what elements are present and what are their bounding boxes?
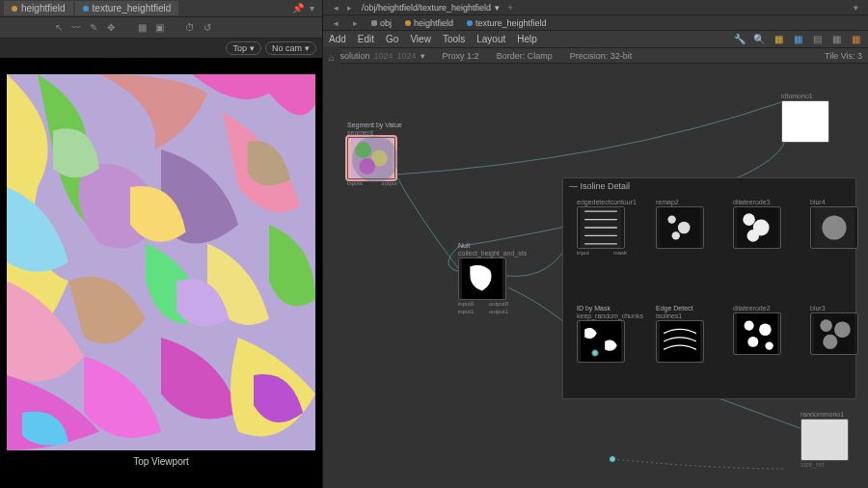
palette-icon[interactable]: ▦: [791, 33, 804, 46]
move-tool-icon[interactable]: ✥: [104, 21, 118, 35]
color-icon[interactable]: ▦: [849, 33, 862, 46]
svg-point-16: [822, 215, 846, 239]
tab-heightfield[interactable]: heightfield: [4, 1, 73, 15]
menu-go[interactable]: Go: [386, 34, 398, 44]
folder-icon: [371, 20, 377, 26]
svg-point-21: [759, 324, 772, 337]
view-pill[interactable]: Top▾: [226, 41, 261, 55]
node-color-dot: [405, 20, 411, 26]
path-bar: ◂ ▸ /obj/heightfield/texture_heightfield…: [323, 0, 868, 15]
group-title: — Isoline Detail: [563, 178, 855, 194]
node-thumbnail: [656, 206, 704, 249]
node-segment[interactable]: Segment by Value segment inputsoutput: [347, 122, 397, 187]
node-thumbnail: [656, 320, 704, 363]
node-dilateerode3[interactable]: dilateerode3: [733, 199, 783, 249]
node-path[interactable]: /obj/heightfield/texture_heightfield: [362, 3, 491, 13]
svg-rect-17: [581, 321, 621, 362]
status-proxy[interactable]: Proxy 1:2: [443, 51, 479, 61]
network-dot[interactable]: [591, 349, 599, 357]
menu-add[interactable]: Add: [329, 34, 346, 44]
svg-point-14: [747, 230, 760, 242]
node-thumbnail: [577, 320, 625, 363]
node-blur3[interactable]: blur3: [810, 305, 860, 355]
svg-point-2: [355, 142, 371, 158]
breadcrumb-obj[interactable]: obj: [367, 17, 395, 29]
forward-icon[interactable]: ▸: [348, 16, 362, 30]
viewport-pane: heightfield texture_heightfield 📌 ▾ ↖ 〰 …: [0, 0, 323, 488]
chevron-down-icon[interactable]: ▾: [305, 2, 318, 15]
node-collect-height-and-ids[interactable]: Null collect_height_and_ids input0output…: [458, 242, 508, 315]
svg-point-26: [834, 321, 851, 338]
svg-point-9: [678, 222, 691, 234]
tab-label: heightfield: [21, 3, 66, 14]
node-isolines1[interactable]: Edge Detect isolines1: [656, 305, 706, 363]
network-dot[interactable]: [609, 455, 616, 463]
select-tool-icon[interactable]: ↖: [52, 21, 66, 35]
node-color-dot: [467, 20, 473, 26]
back-icon[interactable]: ◂: [329, 16, 342, 30]
node-graph[interactable]: — Isoline Detail Segment by Value segmen…: [323, 64, 868, 488]
add-tab-icon[interactable]: +: [503, 1, 517, 14]
node-dilateerode2[interactable]: dilateerode2: [733, 305, 783, 355]
menu-edit[interactable]: Edit: [358, 34, 374, 44]
node-thumbnail: [733, 312, 781, 355]
node-thumbnail: [781, 100, 829, 143]
breadcrumb-texture-heightfield[interactable]: texture_heightfield: [463, 17, 551, 29]
node-idtomono1[interactable]: idtomono1: [781, 93, 831, 143]
tab-texture-heightfield[interactable]: texture_heightfield: [75, 1, 179, 15]
pin-icon[interactable]: 📌: [291, 2, 305, 15]
node-edgedetectcontour1[interactable]: edgedetectcontour1 inputmask: [577, 199, 627, 257]
svg-point-10: [672, 231, 680, 239]
node-remap2[interactable]: remap2: [656, 199, 706, 249]
brush-tool-icon[interactable]: ✎: [87, 21, 100, 35]
node-thumbnail: [800, 419, 849, 461]
node-editor-status-bar: Resolution 1024 1024 ▾ Proxy 1:2 Border:…: [323, 48, 868, 64]
svg-point-25: [820, 319, 832, 332]
node-blur4[interactable]: blur4: [810, 199, 860, 249]
view-icon[interactable]: ▣: [152, 21, 166, 35]
list-icon[interactable]: ▤: [810, 33, 824, 46]
svg-rect-18: [660, 321, 700, 362]
viewport[interactable]: Top Viewport: [0, 58, 322, 488]
node-randommono1[interactable]: randommono1 size_ref: [800, 411, 851, 469]
svg-point-12: [743, 213, 755, 226]
svg-point-22: [747, 337, 758, 347]
tab-label: texture_heightfield: [93, 3, 172, 14]
viewport-tab-bar: heightfield texture_heightfield 📌 ▾: [0, 0, 322, 17]
menu-help[interactable]: Help: [517, 34, 537, 44]
svg-point-27: [823, 335, 837, 349]
home-icon[interactable]: ⌂: [325, 50, 339, 64]
viewport-camera-controls: Top▾ No cam▾: [0, 39, 322, 58]
back-icon[interactable]: ◂: [329, 1, 342, 14]
node-editor-pane: ◂ ▸ /obj/heightfield/texture_heightfield…: [323, 0, 868, 488]
wrench-icon[interactable]: 🔧: [733, 33, 746, 46]
status-tilevis[interactable]: Tile Vis: 3: [825, 51, 862, 61]
viewport-toolbar: ↖ 〰 ✎ ✥ ▦ ▣ ⏱ ↺: [0, 17, 322, 39]
node-keep-random-chunks[interactable]: ID by Mask keep_random_chunks: [577, 305, 627, 363]
menu-tools[interactable]: Tools: [443, 34, 465, 44]
svg-point-8: [667, 215, 675, 223]
camera-pill[interactable]: No cam▾: [265, 41, 316, 55]
segmented-heightfield-preview: [7, 74, 315, 450]
grid-icon[interactable]: ▦: [135, 21, 149, 35]
chevron-down-icon[interactable]: ▾: [849, 1, 862, 14]
tile-icon[interactable]: ▦: [829, 33, 843, 46]
svg-point-4: [359, 158, 375, 175]
node-thumbnail: [810, 206, 858, 249]
node-thumbnail: [347, 137, 395, 179]
menu-view[interactable]: View: [410, 34, 431, 44]
breadcrumb-heightfield[interactable]: heightfield: [401, 17, 457, 29]
history-icon[interactable]: ↺: [201, 21, 214, 35]
viewport-label: Top Viewport: [127, 450, 195, 473]
dropdown-icon[interactable]: ▾: [495, 3, 500, 13]
search-icon[interactable]: 🔍: [752, 33, 766, 46]
lasso-tool-icon[interactable]: 〰: [69, 21, 83, 35]
forward-icon[interactable]: ▸: [342, 1, 356, 14]
status-precision[interactable]: Precision: 32-bit: [570, 51, 633, 61]
node-editor-menu-bar: Add Edit Go View Tools Layout Help 🔧 🔍 ▦…: [323, 31, 868, 48]
status-border[interactable]: Border: Clamp: [497, 51, 553, 61]
clock-icon[interactable]: ⏱: [183, 21, 197, 35]
menu-layout[interactable]: Layout: [476, 34, 505, 44]
image-icon[interactable]: ▦: [772, 33, 785, 46]
status-resolution[interactable]: Resolution 1024 1024 ▾: [329, 51, 425, 61]
